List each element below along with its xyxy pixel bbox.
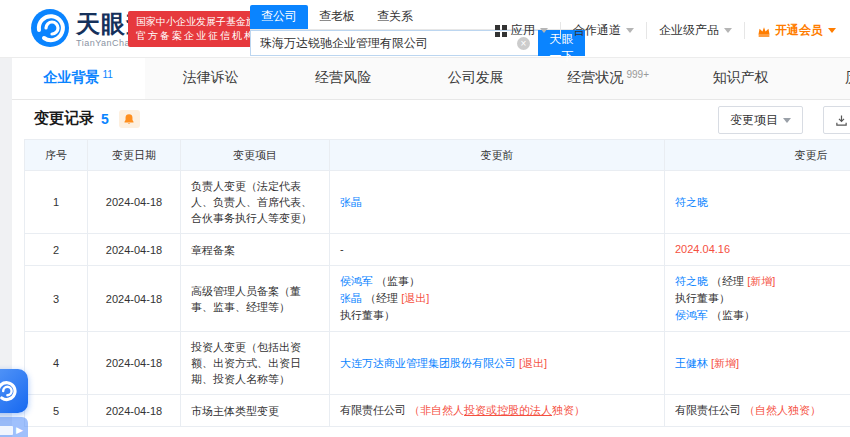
site-header: 天眼查 TianYanCha.com 国家中小企业发展子基金旗下 官方备案企业征… <box>0 0 850 58</box>
text-segment: （监事） <box>373 275 420 287</box>
entity-link[interactable]: 大连万达商业管理集团股份有限公司 <box>340 357 516 369</box>
text-segment: 有限责任公司 <box>675 404 744 416</box>
tab-count: 11 <box>103 69 113 80</box>
table-row: 52024-04-18市场主体类型变更有限责任公司 （非自然人投资或控股的法人独… <box>25 395 850 427</box>
text-segment: [新增] <box>711 357 739 369</box>
tab-label: 法律诉讼 <box>183 69 239 87</box>
tab-intellectual-property[interactable]: 知识产权 <box>675 57 808 99</box>
entity-link[interactable]: 张晶 <box>340 196 362 208</box>
table-row: 12024-04-18负责人变更（法定代表人、负责人、首席代表、合伙事务执行人等… <box>25 171 850 234</box>
row-index: 4 <box>25 332 88 395</box>
search-tab-search-boss[interactable]: 查老板 <box>308 5 366 29</box>
bell-icon[interactable] <box>119 110 140 128</box>
change-date: 2024-04-18 <box>88 234 181 266</box>
entity-link[interactable]: 侯鸿军 <box>675 309 708 321</box>
text-segment: （监事） <box>708 309 755 321</box>
filter-button[interactable]: 变更项目 <box>718 106 803 134</box>
row-index: 2 <box>25 234 88 266</box>
entity-link[interactable]: 符之晓 <box>675 196 708 208</box>
tab-label: 历史信息 <box>845 69 850 87</box>
table-row: 22024-04-18章程备案-2024.04.16 <box>25 234 850 266</box>
text-segment: （经理 <box>362 292 401 304</box>
header-row: 序号变更日期变更项目变更前变更后 <box>25 140 850 171</box>
change-item: 章程备案 <box>181 234 330 266</box>
change-date: 2024-04-18 <box>88 171 181 234</box>
page: 天眼查 TianYanCha.com 国家中小企业发展子基金旗下 官方备案企业征… <box>0 0 850 437</box>
nav-item-label: 应用 <box>511 22 535 39</box>
text-segment: - <box>340 243 344 255</box>
chevron-down-icon <box>783 118 791 123</box>
nav-item-label: 企业级产品 <box>659 22 719 39</box>
chevron-down-icon <box>828 28 836 33</box>
main-card: 变更记录 5 变更项目 <box>12 99 850 437</box>
section-title: 变更记录 <box>34 109 94 128</box>
tab-count: 999+ <box>626 69 649 80</box>
text-segment: [退出] <box>401 292 429 304</box>
column-header: 变更前 <box>330 140 665 171</box>
entity-link[interactable]: 侯鸿军 <box>340 275 373 287</box>
text-segment: 执行董事） <box>340 309 395 321</box>
table-body: 12024-04-18负责人变更（法定代表人、负责人、首席代表、合伙事务执行人等… <box>25 171 850 427</box>
entity-link[interactable]: 王健林 <box>675 357 708 369</box>
text-segment: [新增] <box>747 275 775 287</box>
column-header: 变更项目 <box>181 140 330 171</box>
change-table: 序号变更日期变更项目变更前变更后 12024-04-18负责人变更（法定代表人、… <box>24 139 850 427</box>
top-nav: 应用合作通道企业级产品开通会员 <box>483 22 848 39</box>
text-segment: 投资或控股的法人 <box>464 404 552 416</box>
dock-bar[interactable]: ▶ <box>0 417 28 437</box>
nav-item-enterprise-products[interactable]: 企业级产品 <box>646 22 744 39</box>
text-segment: （经理 <box>708 275 747 287</box>
nav-item-apps[interactable]: 应用 <box>483 22 560 39</box>
tab-label: 经营风险 <box>315 69 371 87</box>
tab-label: 公司发展 <box>448 69 504 87</box>
text-segment: 有限责任公司 <box>340 404 409 416</box>
crown-icon <box>757 25 771 37</box>
text-segment: （非自然人 <box>409 404 464 416</box>
row-index: 1 <box>25 171 88 234</box>
chevron-down-icon <box>626 28 634 33</box>
search-tab-search-relations[interactable]: 查关系 <box>366 5 424 29</box>
change-date: 2024-04-18 <box>88 266 181 332</box>
tab-company-background[interactable]: 企业背景11 <box>12 57 145 99</box>
nav-item-cooperation-channel[interactable]: 合作通道 <box>560 22 646 39</box>
nav-item-label: 开通会员 <box>775 22 823 39</box>
play-icon: ▶ <box>16 425 23 435</box>
column-header: 序号 <box>25 140 88 171</box>
text-segment: 2024.04.16 <box>675 243 730 255</box>
tab-label: 知识产权 <box>713 69 769 87</box>
app-icon[interactable] <box>0 369 28 413</box>
chevron-down-icon <box>540 28 548 33</box>
change-item: 高级管理人员备案（董事、监事、经理等） <box>181 266 330 332</box>
text-segment: [退出] <box>519 357 547 369</box>
tianyancha-logo-icon <box>30 8 70 52</box>
tab-legal-proceedings[interactable]: 法律诉讼 <box>145 57 278 99</box>
text-segment: 独资） <box>552 404 585 416</box>
filter-button-label: 变更项目 <box>730 112 778 129</box>
badge-line2: 官方备案企业征信机构 <box>136 29 266 43</box>
section-tabbar: 企业背景11法律诉讼经营风险公司发展经营状况999+知识产权历史信息 <box>12 57 850 100</box>
title-row: 变更记录 5 变更项目 <box>12 99 850 139</box>
badge-line1: 国家中小企业发展子基金旗下 <box>136 15 266 29</box>
entity-link[interactable]: 符之晓 <box>675 275 708 287</box>
tab-business-risk[interactable]: 经营风险 <box>277 57 410 99</box>
column-header: 变更后 <box>665 140 850 171</box>
tab-history-info[interactable]: 历史信息 <box>807 57 850 99</box>
change-item: 负责人变更（法定代表人、负责人、首席代表、合伙事务执行人等变更） <box>181 171 330 234</box>
row-index: 5 <box>25 395 88 427</box>
search-tab-search-company[interactable]: 查公司 <box>250 5 308 29</box>
column-header: 变更日期 <box>88 140 181 171</box>
export-button[interactable]: 导出数据 <box>823 106 850 134</box>
table-row: 32024-04-18高级管理人员备案（董事、监事、经理等）侯鸿军 （监事）张晶… <box>25 266 850 332</box>
change-date: 2024-04-18 <box>88 395 181 427</box>
entity-link[interactable]: 张晶 <box>340 292 362 304</box>
tab-company-development[interactable]: 公司发展 <box>410 57 543 99</box>
chevron-down-icon <box>724 28 732 33</box>
nav-item-vip-membership[interactable]: 开通会员 <box>744 22 848 39</box>
floating-widget[interactable]: ▶ <box>0 369 28 437</box>
change-item: 投资人变更（包括出资额、出资方式、出资日期、投资人名称等） <box>181 332 330 395</box>
table-row: 42024-04-18投资人变更（包括出资额、出资方式、出资日期、投资人名称等）… <box>25 332 850 395</box>
grid-icon <box>495 25 507 37</box>
tab-label: 企业背景 <box>44 69 100 87</box>
change-date: 2024-04-18 <box>88 332 181 395</box>
tab-label: 经营状况 <box>567 69 623 87</box>
